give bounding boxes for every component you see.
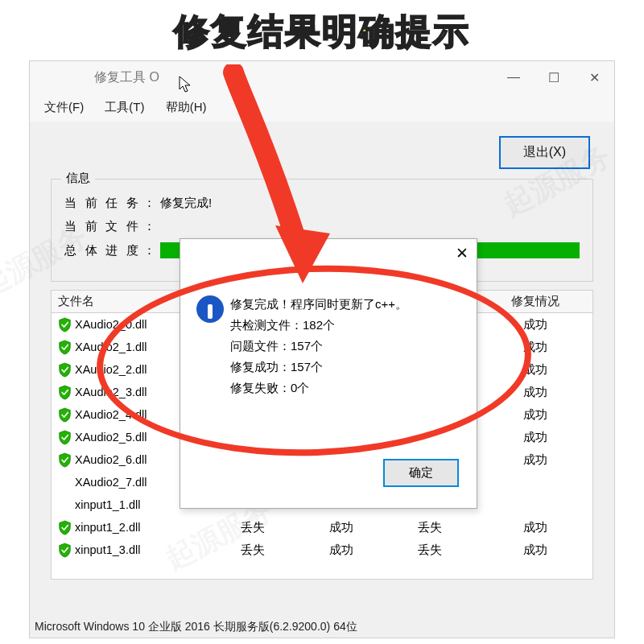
cell-filename: xinput1_2.dll (75, 521, 140, 534)
shield-check-icon (58, 430, 72, 445)
cell-status: 成功 (478, 317, 592, 332)
cell-status: 成功 (478, 430, 592, 445)
cell-filename: XAudio2_2.dll (75, 363, 147, 376)
shield-check-icon (58, 452, 72, 468)
shield-check-icon (58, 340, 72, 355)
cell-col-b: 成功 (301, 543, 382, 558)
cell-col-a: 丢失 (204, 543, 301, 558)
menu-file[interactable]: 文件(F) (44, 100, 84, 114)
ok-button[interactable]: 确定 (383, 459, 459, 487)
cell-status: 成功 (478, 543, 592, 558)
info-icon (196, 295, 224, 323)
cell-status: 成功 (478, 385, 592, 400)
current-file-label: 当前文件 (64, 219, 138, 234)
cell-col-b: 成功 (301, 520, 382, 535)
minimize-button[interactable]: — (493, 61, 534, 93)
cell-filename: xinput1_1.dll (75, 498, 140, 511)
cell-filename: XAudio2_5.dll (75, 431, 147, 444)
shield-check-icon (58, 362, 72, 378)
cell-filename: XAudio2_4.dll (75, 408, 147, 421)
cell-filename: XAudio2_3.dll (75, 386, 147, 398)
cell-status: 成功 (478, 520, 592, 535)
exit-button[interactable]: 退出(X) (499, 136, 590, 169)
info-group-title: 信息 (61, 171, 95, 186)
shield-check-icon (58, 385, 72, 400)
menu-bar: 文件(F) 工具(T) 帮助(H) (30, 93, 614, 122)
cell-col-a: 丢失 (204, 520, 301, 535)
title-bar: 修复工具 O — ☐ ✕ (30, 61, 614, 93)
shield-check-icon (58, 317, 72, 332)
cell-filename: XAudio2_0.dll (75, 318, 147, 331)
maximize-button[interactable]: ☐ (534, 61, 574, 93)
cell-filename: XAudio2_6.dll (75, 453, 147, 466)
table-row[interactable]: xinput1_2.dll丢失成功丢失成功 (52, 516, 592, 539)
cell-filename: XAudio2_1.dll (75, 341, 147, 353)
result-dialog: ✕ 修复完成！程序同时更新了c++。 共检测文件：182个 问题文件：157个 … (180, 238, 477, 509)
cell-filename: xinput1_3.dll (75, 543, 140, 556)
dialog-close-button[interactable]: ✕ (456, 244, 469, 262)
cell-col-c: 丢失 (382, 520, 478, 535)
headline-banner: 修复结果明确提示 (0, 8, 644, 56)
cell-status: 成功 (478, 452, 592, 468)
cell-filename: XAudio2_7.dll (75, 476, 147, 489)
cell-status: 成功 (478, 340, 592, 355)
close-window-button[interactable]: ✕ (574, 61, 614, 93)
current-task-value: 修复完成! (160, 196, 580, 211)
shield-check-icon (58, 520, 72, 535)
dialog-message: 修复完成！程序同时更新了c++。 共检测文件：182个 问题文件：157个 修复… (230, 294, 407, 398)
shield-check-icon (58, 407, 72, 423)
progress-label: 总体进度 (64, 243, 138, 258)
menu-help[interactable]: 帮助(H) (166, 100, 207, 114)
current-task-label: 当前任务 (64, 196, 138, 211)
status-bar: Microsoft Windows 10 企业版 2016 长期服务版(6.2.… (35, 620, 357, 634)
cell-col-c: 丢失 (382, 543, 478, 558)
cell-status: 成功 (478, 407, 592, 423)
menu-tool[interactable]: 工具(T) (105, 100, 144, 114)
window-title: 修复工具 O (94, 69, 159, 86)
cell-status: 成功 (478, 362, 592, 378)
th-status[interactable]: 修复情况 (478, 294, 592, 309)
shield-check-icon (58, 543, 72, 558)
table-row[interactable]: xinput1_3.dll丢失成功丢失成功 (52, 539, 592, 561)
